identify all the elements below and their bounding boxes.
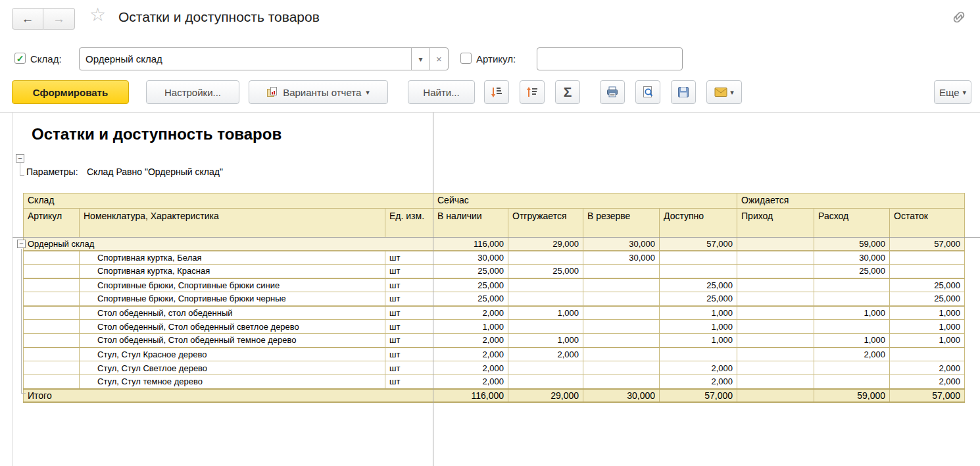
print-button[interactable] (600, 80, 625, 104)
unit-cell[interactable]: шт (385, 251, 433, 265)
value-cell[interactable] (583, 278, 660, 292)
nomenclature-cell[interactable]: Спортивные брюки, Спортивные брюки синие (80, 278, 385, 292)
warehouse-clear-button[interactable]: × (429, 48, 448, 70)
value-cell[interactable] (814, 278, 890, 292)
unit-cell[interactable]: шт (385, 348, 433, 361)
warehouse-group-row[interactable]: Ордерный склад116,00029,00030,00057,0005… (24, 238, 965, 251)
value-cell[interactable]: 25,000 (508, 265, 583, 278)
group-name-cell[interactable]: Ордерный склад (24, 238, 433, 251)
value-cell[interactable] (583, 292, 660, 306)
table-row[interactable]: Стол обеденный, Стол обеденный светлое д… (24, 320, 965, 334)
value-cell[interactable] (737, 334, 814, 348)
value-cell[interactable]: 1,000 (433, 320, 508, 334)
article-cell[interactable] (24, 292, 80, 306)
value-cell[interactable]: 57,000 (890, 389, 965, 402)
nomenclature-cell[interactable]: Стул, Стул Светлое дерево (80, 361, 385, 375)
value-cell[interactable]: 2,000 (508, 348, 583, 361)
table-row[interactable]: Спортивные брюки, Спортивные брюки синие… (24, 278, 965, 292)
value-cell[interactable]: 2,000 (433, 306, 508, 320)
value-cell[interactable] (890, 251, 965, 265)
value-cell[interactable] (508, 361, 583, 375)
unit-cell[interactable]: шт (385, 320, 433, 334)
nomenclature-cell[interactable]: Стол обеденный, стол обеденный (80, 306, 385, 320)
value-cell[interactable]: 25,000 (890, 278, 965, 292)
article-cell[interactable] (24, 320, 80, 334)
article-filter-checkbox[interactable] (460, 53, 472, 64)
find-button[interactable]: Найти... (408, 80, 475, 104)
article-cell[interactable] (24, 348, 80, 361)
unit-cell[interactable]: шт (385, 265, 433, 278)
save-button[interactable] (671, 80, 696, 104)
value-cell[interactable] (814, 361, 890, 375)
value-cell[interactable]: 1,000 (508, 306, 583, 320)
value-cell[interactable] (737, 361, 814, 375)
value-cell[interactable] (814, 375, 890, 389)
value-cell[interactable]: 2,000 (433, 348, 508, 361)
article-cell[interactable] (24, 334, 80, 348)
params-collapse-expander[interactable]: − (16, 154, 24, 163)
warehouse-group-expander[interactable]: − (17, 240, 26, 248)
total-row[interactable]: Итого116,00029,00030,00057,00059,00057,0… (24, 389, 965, 402)
value-cell[interactable] (737, 320, 814, 334)
value-cell[interactable]: 25,000 (660, 278, 737, 292)
value-cell[interactable]: 2,000 (660, 361, 737, 375)
value-cell[interactable]: 30,000 (583, 251, 660, 265)
value-cell[interactable] (737, 348, 814, 361)
value-cell[interactable]: 1,000 (660, 306, 737, 320)
article-input[interactable] (537, 47, 683, 70)
article-cell[interactable] (24, 251, 80, 265)
value-cell[interactable] (583, 348, 660, 361)
warehouse-dropdown-button[interactable]: ▾ (411, 48, 429, 70)
table-row[interactable]: Спортивные брюки, Спортивные брюки черны… (24, 292, 965, 306)
nomenclature-cell[interactable]: Стул, Стул темное дерево (80, 375, 385, 389)
back-button[interactable]: ← (12, 8, 43, 30)
value-cell[interactable]: 2,000 (433, 361, 508, 375)
value-cell[interactable]: 2,000 (814, 348, 890, 361)
value-cell[interactable] (890, 348, 965, 361)
value-cell[interactable] (814, 320, 890, 334)
value-cell[interactable] (583, 375, 660, 389)
value-cell[interactable]: 30,000 (814, 251, 890, 265)
nomenclature-cell[interactable]: Стул, Стул Красное дерево (80, 348, 385, 361)
total-label-cell[interactable]: Итого (24, 389, 433, 402)
unit-cell[interactable]: шт (385, 306, 433, 320)
value-cell[interactable]: 57,000 (660, 389, 737, 402)
unit-cell[interactable]: шт (385, 278, 433, 292)
value-cell[interactable]: 2,000 (890, 361, 965, 375)
value-cell[interactable] (583, 361, 660, 375)
article-cell[interactable] (24, 278, 80, 292)
value-cell[interactable]: 1,000 (890, 334, 965, 348)
value-cell[interactable] (508, 251, 583, 265)
unit-cell[interactable]: шт (385, 375, 433, 389)
article-cell[interactable] (24, 361, 80, 375)
value-cell[interactable]: 1,000 (814, 306, 890, 320)
nomenclature-cell[interactable]: Спортивные брюки, Спортивные брюки черны… (80, 292, 385, 306)
article-cell[interactable] (24, 375, 80, 389)
nomenclature-cell[interactable]: Спортивная куртка, Белая (80, 251, 385, 265)
value-cell[interactable]: 1,000 (814, 334, 890, 348)
unit-cell[interactable]: шт (385, 334, 433, 348)
nomenclature-cell[interactable]: Стол обеденный, Стол обеденный темное де… (80, 334, 385, 348)
value-cell[interactable] (508, 278, 583, 292)
value-cell[interactable]: 2,000 (433, 334, 508, 348)
value-cell[interactable] (737, 278, 814, 292)
value-cell[interactable]: 30,000 (583, 389, 660, 402)
forward-button[interactable]: → (43, 8, 75, 30)
value-cell[interactable]: 1,000 (660, 334, 737, 348)
article-input-value[interactable] (537, 48, 682, 70)
value-cell[interactable]: 25,000 (433, 278, 508, 292)
value-cell[interactable]: 1,000 (890, 306, 965, 320)
value-cell[interactable]: 2,000 (433, 375, 508, 389)
nomenclature-cell[interactable]: Спортивная куртка, Красная (80, 265, 385, 278)
value-cell[interactable] (583, 334, 660, 348)
value-cell[interactable]: 25,000 (433, 265, 508, 278)
value-cell[interactable]: 1,000 (660, 320, 737, 334)
value-cell[interactable]: 25,000 (814, 265, 890, 278)
value-cell[interactable] (660, 348, 737, 361)
article-cell[interactable] (24, 306, 80, 320)
value-cell[interactable] (737, 375, 814, 389)
value-cell[interactable] (583, 306, 660, 320)
value-cell[interactable]: 59,000 (814, 238, 890, 251)
value-cell[interactable]: 25,000 (890, 292, 965, 306)
value-cell[interactable]: 29,000 (508, 389, 583, 402)
